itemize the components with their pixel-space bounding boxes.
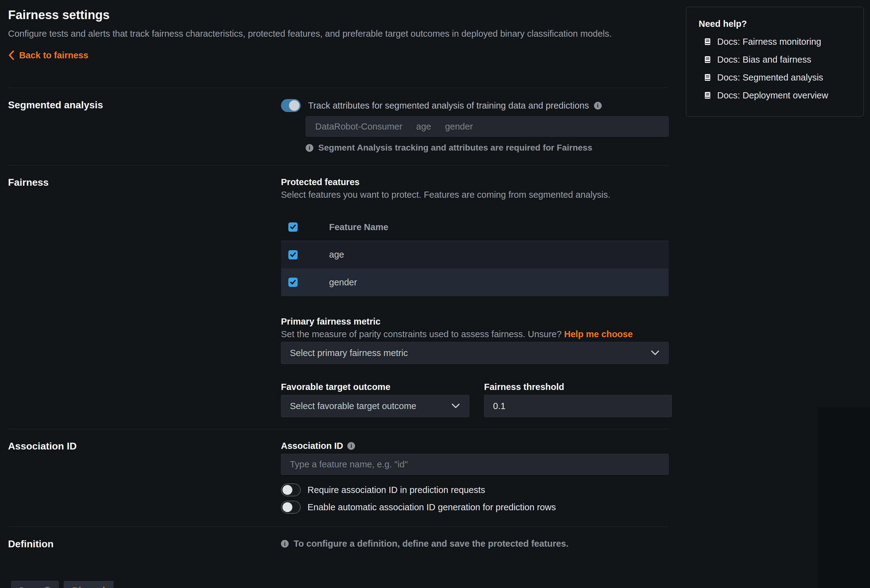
toggle-knob [283, 485, 292, 495]
chevron-left-icon [8, 50, 15, 61]
favorable-target-outcome-label: Favorable target outcome [281, 381, 469, 392]
chevron-down-icon [451, 403, 460, 409]
feature-name: gender [329, 277, 357, 288]
protected-features-table: Feature Name age g [281, 214, 669, 296]
select-placeholder: Select favorable target outcome [290, 401, 416, 411]
discard-button-label: Discard [72, 585, 105, 588]
feature-name-column-header: Feature Name [329, 222, 388, 232]
main-content: Fairness settings Configure tests and al… [8, 0, 669, 588]
require-association-id-toggle[interactable] [281, 483, 301, 496]
primary-fairness-metric-title: Primary fairness metric [281, 316, 672, 327]
favorable-target-outcome-select[interactable]: Select favorable target outcome [281, 395, 469, 417]
book-icon [703, 55, 712, 64]
discard-button[interactable]: Discard [64, 581, 113, 588]
check-icon [290, 224, 296, 230]
book-icon [703, 38, 712, 46]
docs-link-label: Docs: Fairness monitoring [717, 36, 821, 47]
back-link-label: Back to fairness [19, 50, 88, 61]
check-icon [290, 279, 296, 286]
primary-metric-description: Set the measure of parity constraints us… [281, 329, 562, 339]
table-header-row: Feature Name [281, 214, 669, 241]
definition-heading: Definition [8, 538, 281, 550]
segment-attributes-field[interactable]: DataRobot-Consumer age gender [305, 116, 669, 137]
docs-link-label: Docs: Segmented analysis [717, 72, 823, 83]
section-fairness: Fairness Protected features Select featu… [8, 165, 669, 429]
primary-fairness-metric-select[interactable]: Select primary fairness metric [281, 342, 669, 364]
info-icon: i [43, 587, 51, 588]
protected-features-description: Select features you want to protect. Fea… [281, 189, 672, 200]
docs-link-label: Docs: Deployment overview [717, 90, 828, 101]
definition-note: To configure a definition, define and sa… [293, 539, 569, 549]
background-shade [818, 407, 870, 588]
chevron-down-icon [651, 350, 660, 356]
section-association-id: Association ID Association ID i Require … [8, 429, 669, 527]
save-button[interactable]: Save i [11, 581, 59, 588]
attribute-tag: gender [445, 122, 473, 132]
feature-name: age [329, 249, 344, 260]
page-header: Fairness settings Configure tests and al… [8, 0, 669, 88]
section-segmented-analysis: Segmented analysis Track attributes for … [8, 88, 669, 165]
toggle-knob [283, 502, 292, 512]
need-help-title: Need help? [699, 18, 854, 29]
select-placeholder: Select primary fairness metric [290, 348, 408, 358]
info-icon[interactable]: i [347, 442, 355, 450]
action-bar: Save i Discard [8, 561, 669, 588]
fairness-heading: Fairness [8, 177, 281, 188]
row-checkbox[interactable] [288, 278, 298, 287]
select-all-checkbox[interactable] [288, 223, 298, 232]
auto-association-id-toggle[interactable] [281, 501, 301, 514]
book-icon [703, 73, 712, 82]
association-id-input[interactable] [281, 454, 669, 475]
require-association-id-label: Require association ID in prediction req… [307, 485, 485, 495]
auto-association-id-label: Enable automatic association ID generati… [307, 502, 556, 512]
segment-analysis-note: Segment Analysis tracking and attributes… [318, 143, 592, 153]
attribute-tag: DataRobot-Consumer [315, 122, 402, 132]
book-icon [703, 91, 712, 99]
page-subtitle: Configure tests and alerts that track fa… [8, 28, 669, 39]
section-definition: Definition i To configure a definition, … [8, 527, 669, 561]
page-title: Fairness settings [8, 8, 669, 22]
save-button-label: Save [18, 585, 40, 588]
docs-link-fairness-monitoring[interactable]: Docs: Fairness monitoring [703, 36, 854, 47]
info-icon: i [305, 144, 313, 152]
association-id-heading: Association ID [8, 440, 281, 452]
row-checkbox[interactable] [288, 250, 298, 260]
attribute-tag: age [416, 122, 431, 132]
protected-features-title: Protected features [281, 177, 672, 187]
docs-link-bias-and-fairness[interactable]: Docs: Bias and fairness [703, 54, 854, 65]
info-icon: i [281, 540, 289, 548]
docs-link-deployment-overview[interactable]: Docs: Deployment overview [703, 90, 854, 101]
docs-link-label: Docs: Bias and fairness [717, 54, 811, 65]
segmented-analysis-heading: Segmented analysis [8, 99, 281, 111]
check-icon [290, 251, 296, 258]
back-to-fairness-link[interactable]: Back to fairness [8, 50, 88, 61]
table-row[interactable]: age [281, 241, 669, 269]
fairness-threshold-label: Fairness threshold [484, 381, 672, 392]
association-id-field-label: Association ID [281, 440, 343, 451]
info-icon[interactable]: i [594, 102, 602, 110]
toggle-knob [289, 100, 299, 111]
table-row[interactable]: gender [281, 269, 669, 296]
help-me-choose-link[interactable]: Help me choose [564, 329, 633, 339]
docs-link-segmented-analysis[interactable]: Docs: Segmented analysis [703, 72, 854, 83]
segmented-analysis-toggle[interactable] [281, 99, 301, 112]
need-help-panel: Need help? Docs: Fairness monitoring Doc… [686, 7, 864, 117]
segmented-analysis-toggle-label: Track attributes for segmented analysis … [308, 101, 589, 111]
fairness-threshold-input[interactable] [484, 395, 672, 417]
